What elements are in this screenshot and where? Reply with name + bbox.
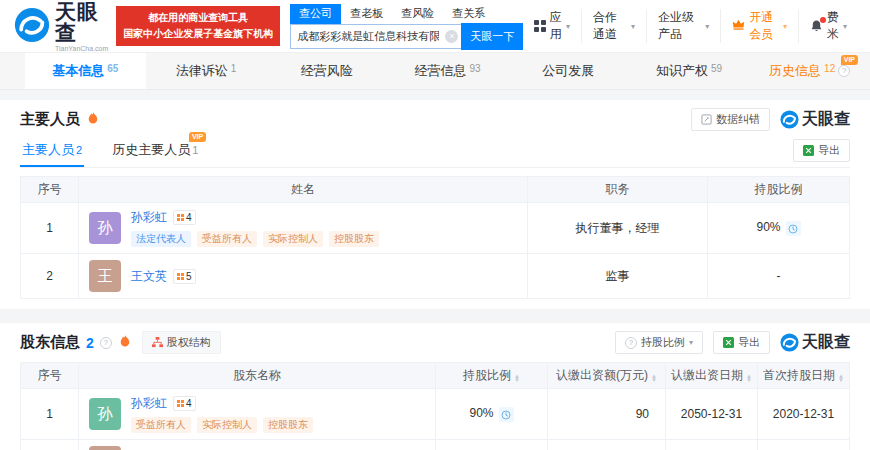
nav-cooperation[interactable]: 合作通道 ▾ — [581, 9, 646, 43]
sort-icon: ▲▼ — [651, 374, 657, 382]
ratio-cell: 10% — [436, 440, 548, 450]
person-name-link[interactable]: 孙彩虹 — [131, 209, 167, 226]
search-tab-boss[interactable]: 查老板 — [341, 4, 392, 24]
search-input[interactable] — [291, 30, 445, 42]
tab-intellectual-property[interactable]: 知识产权 59 — [629, 53, 750, 89]
col-ratio[interactable]: 持股比例▲▼ — [436, 363, 548, 389]
person-name-link[interactable]: 孙彩虹 — [131, 395, 167, 412]
shareholders-section: 股东信息 2 ? 股权结构 ? 持股比例 ▾ 导出 天眼查 — [0, 323, 870, 450]
person-name-link[interactable]: 王文英 — [131, 268, 167, 285]
shareholders-table: 序号 股东名称 持股比例▲▼ 认缴出资额(万元)▲▼ 认缴出资日期▲▼ 首次持股… — [20, 362, 850, 450]
col-first-holding-date[interactable]: 首次持股日期▲▼ — [758, 363, 850, 389]
tag-beneficial-owner[interactable]: 受益所有人 — [197, 231, 257, 247]
shareholders-export-button[interactable]: 导出 — [713, 331, 770, 354]
tab-basic-info[interactable]: 基本信息 65 — [25, 53, 146, 89]
vip-badge: VIP — [841, 55, 858, 65]
shareholders-count: 2 — [86, 335, 94, 351]
nav-apps[interactable]: 应用 ▾ — [523, 9, 581, 43]
vip-badge: VIP — [189, 132, 206, 142]
subtab-history-members[interactable]: VIP 历史主要人员1 — [110, 137, 200, 167]
ratio-cell: - — [708, 254, 850, 299]
search-area: 查公司 查老板 查风险 查关系 × 天眼一下 — [290, 4, 523, 49]
nav-enterprise-products[interactable]: 企业级产品 ▾ — [646, 9, 720, 43]
subscribe-date-cell: 2050-12-31 — [666, 389, 758, 440]
table-row: 2 郭 郭述 7 10% 10 2050-12-31 20 — [21, 440, 850, 450]
sort-icon: ▲▼ — [746, 374, 752, 382]
avatar[interactable]: 郭 — [89, 446, 121, 450]
notification-bell-icon[interactable] — [810, 19, 823, 33]
nav-user-menu[interactable]: 费米 ▾ — [798, 9, 858, 43]
logo-swirl-icon — [14, 7, 50, 46]
equity-structure-button[interactable]: 股权结构 — [142, 331, 221, 354]
info-icon[interactable]: ? — [838, 65, 850, 77]
search-tab-risk[interactable]: 查风险 — [392, 4, 443, 24]
search-tab-relation[interactable]: 查关系 — [443, 4, 494, 24]
nav-apps-label: 应用 — [550, 9, 562, 43]
chevron-down-icon: ▾ — [566, 22, 570, 31]
clear-search-icon[interactable]: × — [445, 30, 458, 43]
tab-business-info[interactable]: 经营信息 93 — [387, 53, 508, 89]
top-navigation: 应用 ▾ 合作通道 ▾ 企业级产品 ▾ 开通会员 ▾ 费米 ▾ — [523, 9, 858, 43]
col-seq: 序号 — [21, 177, 79, 203]
avatar[interactable]: 孙 — [89, 212, 121, 244]
search-tab-company[interactable]: 查公司 — [290, 4, 341, 24]
sort-icon: ▲▼ — [838, 374, 844, 382]
tag-beneficial-owner[interactable]: 受益所有人 — [131, 417, 191, 433]
tag-actual-controller[interactable]: 实际控制人 — [197, 417, 257, 433]
members-section-title: 主要人员 — [20, 110, 80, 129]
person-cell: 郭 郭述 7 — [79, 440, 436, 450]
seq-cell: 2 — [21, 254, 79, 299]
tianyancha-logo[interactable]: 天眼查 TianYanCha.com — [14, 1, 108, 52]
ratio-filter-dropdown[interactable]: ? 持股比例 ▾ — [615, 331, 703, 354]
relation-count-badge[interactable]: 4 — [173, 396, 196, 411]
relation-graph-icon — [177, 214, 184, 221]
subtab-current-members[interactable]: 主要人员2 — [20, 137, 84, 167]
info-icon: ? — [625, 337, 637, 349]
avatar[interactable]: 王 — [89, 260, 121, 292]
tianyancha-watermark: 天眼查 — [780, 332, 850, 353]
position-cell: 监事 — [528, 254, 708, 299]
company-detail-tabs: 基本信息 65 法律诉讼 1 经营风险 经营信息 93 公司发展 知识产权 59… — [0, 52, 870, 90]
relation-count-badge[interactable]: 5 — [173, 269, 196, 284]
username-label: 费米 — [827, 9, 839, 43]
tab-company-development[interactable]: 公司发展 — [508, 53, 629, 89]
tag-legal-rep[interactable]: 法定代表人 — [131, 231, 191, 247]
nav-open-vip[interactable]: 开通会员 ▾ — [720, 9, 798, 43]
person-cell: 王 王文英 5 — [79, 254, 528, 299]
table-row: 1 孙 孙彩虹 4 法定代表人 受益所 — [21, 203, 850, 254]
promo-banner: 都在用的商业查询工具 国家中小企业发展子基金旗下机构 — [116, 6, 280, 46]
chevron-down-icon: ▾ — [783, 22, 787, 31]
col-subscribed-amount[interactable]: 认缴出资额(万元)▲▼ — [548, 363, 666, 389]
avatar[interactable]: 孙 — [89, 398, 121, 430]
col-subscribe-date[interactable]: 认缴出资日期▲▼ — [666, 363, 758, 389]
tab-history-info[interactable]: VIP 历史信息 12 ? — [749, 53, 870, 89]
search-button[interactable]: 天眼一下 — [461, 23, 523, 50]
search-tabs: 查公司 查老板 查风险 查关系 — [290, 4, 523, 24]
table-row: 1 孙 孙彩虹 4 受益所有人 实际控 — [21, 389, 850, 440]
relation-count-badge[interactable]: 4 — [173, 210, 196, 225]
person-cell: 孙 孙彩虹 4 受益所有人 实际控制人 控股股东 — [79, 389, 436, 440]
tag-controlling-shareholder[interactable]: 控股股东 — [329, 231, 379, 247]
tag-actual-controller[interactable]: 实际控制人 — [263, 231, 323, 247]
tab-legal-proceedings[interactable]: 法律诉讼 1 — [146, 53, 267, 89]
members-export-button[interactable]: 导出 — [793, 139, 850, 162]
seq-cell: 1 — [21, 389, 79, 440]
relation-graph-icon — [177, 400, 184, 407]
hot-flame-icon — [120, 335, 130, 350]
promo-banner-line2: 国家中小企业发展子基金旗下机构 — [123, 26, 273, 42]
logo-title: 天眼查 — [55, 1, 108, 43]
tag-controlling-shareholder[interactable]: 控股股东 — [263, 417, 313, 433]
shareholders-section-title: 股东信息 — [20, 333, 80, 352]
history-ratio-clock-icon[interactable] — [499, 407, 514, 422]
info-icon[interactable]: ? — [100, 337, 112, 349]
data-correction-button[interactable]: 数据纠错 — [691, 108, 770, 131]
chevron-down-icon: ▾ — [689, 338, 693, 347]
hot-flame-icon — [88, 112, 98, 127]
first-date-cell: 2020-12-31 — [758, 389, 850, 440]
tab-basic-info-label: 基本信息 — [52, 62, 104, 80]
tab-operation-risk[interactable]: 经营风险 — [266, 53, 387, 89]
history-ratio-clock-icon[interactable] — [786, 221, 801, 236]
top-bar: 天眼查 TianYanCha.com 都在用的商业查询工具 国家中小企业发展子基… — [0, 0, 870, 52]
chevron-down-icon: ▾ — [631, 22, 635, 31]
ratio-cell: 90% — [436, 389, 548, 440]
